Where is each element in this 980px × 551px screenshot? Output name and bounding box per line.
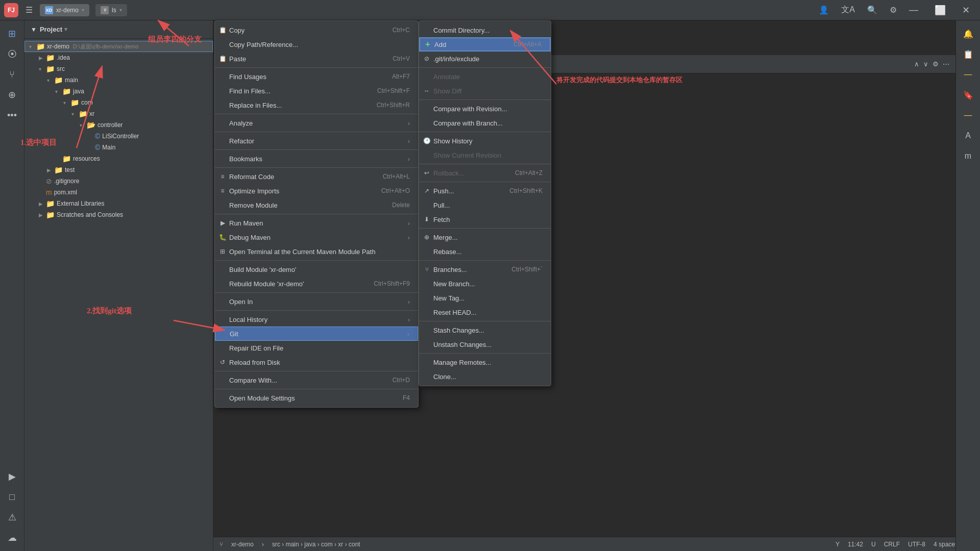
git-rebase[interactable]: Rebase...: [419, 244, 551, 259]
menu-open-module-settings[interactable]: Open Module Settings F4: [215, 391, 418, 405]
right-sidebar-refresh[interactable]: —: [959, 65, 977, 84]
menu-reformat-code[interactable]: ≡ Reformat Code Ctrl+Alt+L: [215, 169, 418, 184]
right-sidebar-bookmark[interactable]: 🔖: [959, 86, 977, 104]
right-sidebar-m[interactable]: m: [959, 147, 977, 165]
menu-open-in[interactable]: Open In ›: [215, 294, 418, 309]
git-compare-revision[interactable]: Compare with Revision...: [419, 102, 551, 116]
git-commit-dir[interactable]: Commit Directory...: [419, 23, 551, 37]
settings-icon[interactable]: ⚙: [888, 3, 899, 17]
close-button[interactable]: ✕: [956, 0, 976, 20]
tree-item-ext-libs[interactable]: ▶ 📁 External Libraries: [24, 198, 213, 209]
tree-item-com[interactable]: ▾ 📁 com: [24, 97, 213, 108]
minimize-button[interactable]: —: [903, 0, 924, 20]
tree-item-xr-demo[interactable]: ▾ 📁 xr-demo D:\桌面\zfb-demo\xr-demo: [24, 41, 213, 52]
git-compare-branch[interactable]: Compare with Branch...: [419, 116, 551, 130]
tree-item-xr[interactable]: ▾ 📁 xr: [24, 108, 213, 119]
menu-debug-maven[interactable]: 🐛 Debug Maven ›: [215, 230, 418, 244]
tree-item-idea[interactable]: ▶ 📁 .idea: [24, 52, 213, 63]
sidebar-btn-vcs[interactable]: ☁: [3, 529, 21, 547]
notif-settings[interactable]: ⚙: [933, 60, 939, 68]
menu-find-in-files[interactable]: Find in Files... Ctrl+Shift+F: [215, 84, 418, 98]
right-sidebar-notifications[interactable]: 🔔: [959, 24, 977, 43]
menu-open-terminal[interactable]: ⊞ Open Terminal at the Current Maven Mod…: [215, 244, 418, 259]
menu-optimize-imports[interactable]: ≡ Optimize Imports Ctrl+Alt+O: [215, 184, 418, 198]
menu-compare-with[interactable]: Compare With... Ctrl+D: [215, 373, 418, 387]
status-ublock-icon[interactable]: U: [871, 541, 876, 548]
tree-item-java[interactable]: ▾ 📁 java: [24, 86, 213, 97]
status-branch-icon[interactable]: ⑂: [219, 541, 223, 548]
menu-run-maven[interactable]: ▶ Run Maven ›: [215, 216, 418, 230]
sidebar-btn-more[interactable]: •••: [3, 106, 21, 124]
right-sidebar-clipboard[interactable]: 📋: [959, 45, 977, 63]
menu-local-history[interactable]: Local History ›: [215, 312, 418, 327]
menu-copy-path[interactable]: Copy Path/Reference...: [215, 37, 418, 52]
maximize-button[interactable]: ⬜: [928, 0, 952, 20]
right-sidebar-a[interactable]: A: [959, 127, 977, 145]
notif-chevron-up[interactable]: ∧: [914, 60, 919, 68]
sidebar-btn-project[interactable]: ⊞: [3, 24, 21, 43]
menu-analyze[interactable]: Analyze ›: [215, 116, 418, 130]
menu-refactor[interactable]: Refactor ›: [215, 134, 418, 148]
status-spaces[interactable]: 4 spaces: [934, 541, 958, 548]
tab-ls[interactable]: ⑂ ls ▾: [95, 4, 127, 16]
tree-item-controller[interactable]: ▾ 📂 controller: [24, 119, 213, 131]
project-header[interactable]: ▼ Project ▾: [24, 20, 213, 39]
menu-find-usages[interactable]: Find Usages Alt+F7: [215, 69, 418, 84]
tree-item-src[interactable]: ▾ 📁 src: [24, 63, 213, 74]
git-merge-icon: ⊕: [422, 233, 431, 242]
sidebar-btn-terminal[interactable]: □: [3, 488, 21, 506]
git-add[interactable]: + Add Ctrl+Alt+A: [419, 37, 551, 52]
sidebar-btn-run[interactable]: ▶: [3, 467, 21, 486]
sidebar-btn-commits[interactable]: ⦿: [3, 45, 21, 63]
menu-rebuild-module[interactable]: Rebuild Module 'xr-demo' Ctrl+Shift+F9: [215, 277, 418, 291]
menu-repair-ide[interactable]: Repair IDE on File: [215, 341, 418, 355]
status-path[interactable]: src › main › java › com › xr › cont: [272, 541, 360, 548]
right-sidebar-translate[interactable]: —: [959, 106, 977, 124]
translate-icon[interactable]: 文A: [839, 3, 857, 17]
git-new-tag[interactable]: New Tag...: [419, 291, 551, 305]
git-push[interactable]: ↗ Push... Ctrl+Shift+K: [419, 184, 551, 198]
tree-item-scratches[interactable]: ▶ 📁 Scratches and Consoles: [24, 209, 213, 220]
git-fetch[interactable]: ⬇ Fetch: [419, 212, 551, 227]
git-manage-remotes[interactable]: Manage Remotes...: [419, 355, 551, 369]
menu-remove-module[interactable]: Remove Module Delete: [215, 198, 418, 212]
sidebar-btn-problems[interactable]: ⚠: [3, 508, 21, 527]
notif-chevron-down[interactable]: ∨: [923, 60, 928, 68]
status-crlf[interactable]: CRLF: [884, 541, 900, 548]
search-icon[interactable]: 🔍: [865, 3, 879, 17]
menu-reload-from-disk[interactable]: ↺ Reload from Disk: [215, 355, 418, 369]
status-encoding[interactable]: UTF-8: [908, 541, 925, 548]
hamburger-menu[interactable]: ☰: [22, 3, 36, 17]
status-yandex-icon[interactable]: Y: [836, 541, 840, 548]
tree-item-main[interactable]: ▾ 📁 main: [24, 74, 213, 86]
git-reset-head[interactable]: Reset HEAD...: [419, 305, 551, 319]
menu-git[interactable]: Git ›: [215, 327, 418, 341]
menu-bookmarks[interactable]: Bookmarks ›: [215, 152, 418, 166]
tree-icon-test: 📁: [54, 166, 63, 174]
user-icon[interactable]: 👤: [817, 3, 831, 17]
tree-item-resources[interactable]: 📁 resources: [24, 153, 213, 164]
status-project[interactable]: xr-demo: [231, 541, 254, 548]
tree-item-pom[interactable]: m pom.xml: [24, 187, 213, 198]
git-merge[interactable]: ⊕ Merge...: [419, 230, 551, 244]
git-new-branch[interactable]: New Branch...: [419, 277, 551, 291]
menu-copy[interactable]: 📋 Copy Ctrl+C: [215, 23, 418, 37]
notif-more[interactable]: ⋯: [943, 60, 949, 68]
git-stash[interactable]: Stash Changes...: [419, 323, 551, 337]
tree-item-test[interactable]: ▶ 📁 test: [24, 164, 213, 176]
tab-xr-demo[interactable]: XD xr-demo ▾: [40, 4, 89, 16]
menu-replace-in-files[interactable]: Replace in Files... Ctrl+Shift+R: [215, 98, 418, 112]
menu-paste[interactable]: 📋 Paste Ctrl+V: [215, 52, 418, 66]
git-clone[interactable]: Clone...: [419, 369, 551, 384]
sidebar-btn-plugins[interactable]: ⊕: [3, 86, 21, 104]
git-pull[interactable]: Pull...: [419, 198, 551, 212]
menu-build-module[interactable]: Build Module 'xr-demo': [215, 262, 418, 277]
git-unstash[interactable]: Unstash Changes...: [419, 337, 551, 352]
git-show-history[interactable]: 🕐 Show History: [419, 134, 551, 148]
tree-item-main-class[interactable]: © Main: [24, 142, 213, 153]
sidebar-btn-branches[interactable]: ⑂: [3, 65, 21, 84]
git-branches[interactable]: ⑂ Branches... Ctrl+Shift+`: [419, 262, 551, 277]
tree-item-lisicont[interactable]: © LiSiController: [24, 131, 213, 142]
git-exclude[interactable]: ⊘ .git/info/exclude: [419, 52, 551, 66]
tree-item-gitignore[interactable]: ⊘ .gitignore: [24, 176, 213, 187]
